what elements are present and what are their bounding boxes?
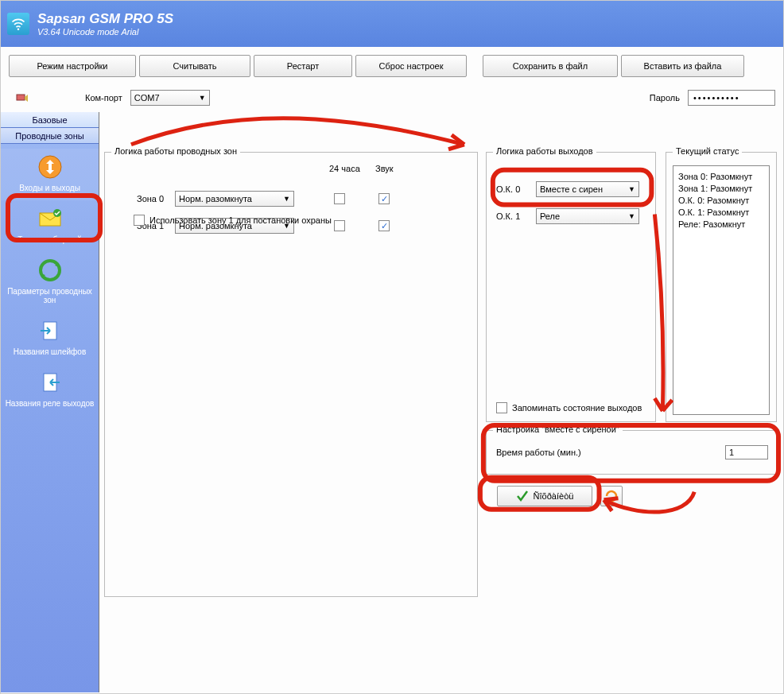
sidebar-label-zoneparams: Параметры проводных зон (2, 287, 97, 304)
output-row-0: О.К. 0 Вместе с сирен▼ (496, 178, 647, 200)
group-zones: Логика работы проводных зон 24 часа Звук… (104, 152, 478, 597)
svg-rect-1 (17, 95, 25, 100)
comport-value: COM7 (134, 93, 160, 103)
chevron-down-icon: ▼ (283, 195, 290, 203)
status-line: О.К. 1: Разомкнут (678, 207, 764, 219)
chevron-down-icon: ▼ (199, 94, 206, 102)
app-window: Sapsan GSM PRO 5S V3.64 Unicode mode Ari… (0, 0, 784, 694)
output-row-1: О.К. 1 Реле▼ (496, 205, 647, 227)
col-sound: Звук (375, 164, 394, 173)
zone-sound-checkbox-1[interactable] (378, 220, 390, 231)
sidebar-label-inout: Входы и выходы (2, 184, 97, 192)
check-icon (516, 490, 529, 502)
refresh-gear-icon (37, 257, 64, 284)
sidebar-item-inout[interactable]: Входы и выходы (1, 149, 99, 200)
content: Логика работы проводных зон 24 часа Звук… (99, 112, 783, 692)
document-arrow-icon-2 (37, 369, 64, 396)
sidebar-item-zoneparams[interactable]: Параметры проводных зон (1, 252, 99, 312)
title-sub: V3.64 Unicode mode Arial (37, 27, 173, 37)
remember-label: Запоминать состояние выходов (512, 403, 642, 413)
group-status: Текущий статус Зона 0: Разомкнут Зона 1:… (666, 152, 777, 422)
zone-row-0: Зона 0 Норм. разомкнута▼ (137, 188, 469, 210)
main: Базовые Проводные зоны Входы и выходы Те… (1, 112, 783, 692)
chevron-down-icon: ▼ (628, 212, 635, 220)
comport-label: Ком-порт (85, 93, 122, 103)
sidebar-label-loopnames: Названия шлейфов (2, 347, 97, 356)
status-textbox: Зона 0: Разомкнут Зона 1: Разомкнут О.К.… (673, 165, 770, 415)
save-file-button[interactable]: Сохранить в файл (483, 55, 618, 77)
app-icon (7, 13, 29, 35)
zone-sound-checkbox-0[interactable] (378, 193, 390, 204)
status-line: Зона 1: Разомкнут (678, 183, 764, 195)
zone-mode-value-0: Норм. разомкнута (179, 194, 252, 204)
password-input[interactable] (688, 90, 775, 106)
output-mode-value-1: Реле (540, 211, 560, 221)
output-mode-value-0: Вместе с сирен (540, 184, 603, 194)
output-mode-select-0[interactable]: Вместе с сирен▼ (536, 181, 639, 197)
load-file-button[interactable]: Вставить из файла (621, 55, 744, 77)
sidebar-tabs: Базовые Проводные зоны (1, 112, 99, 144)
siren-time-label: Время работы (мин.) (496, 448, 581, 457)
output-label-0: О.К. 0 (496, 184, 536, 194)
refresh-icon (604, 489, 619, 503)
reset-button[interactable]: Сброс настроек (355, 55, 467, 77)
output-label-1: О.К. 1 (496, 211, 536, 221)
restart-button[interactable]: Рестарт (254, 55, 352, 77)
remember-row: Запоминать состояние выходов (496, 402, 642, 413)
status-line: О.К. 0: Разомкнут (678, 195, 764, 207)
sidebar-item-relaynames[interactable]: Названия реле выходов (1, 364, 99, 416)
sidebar: Базовые Проводные зоны Входы и выходы Те… (1, 112, 99, 692)
sidebar-item-loopnames[interactable]: Названия шлейфов (1, 312, 99, 364)
group-status-title: Текущий статус (673, 146, 742, 156)
mode-button[interactable]: Режим настройки (9, 55, 136, 77)
document-arrow-icon (37, 317, 64, 344)
use-zone1-label: Использовать зону 1 для постановки охран… (149, 215, 332, 225)
sidebar-label-textmsg: Текст сообщений (2, 235, 97, 244)
sidebar-item-textmsg[interactable]: Текст сообщений (1, 200, 99, 252)
envelope-icon (37, 205, 64, 232)
sidebar-tab-base[interactable]: Базовые (1, 112, 99, 128)
use-zone1-row: Использовать зону 1 для постановки охран… (134, 215, 332, 226)
refresh-button[interactable] (600, 486, 623, 506)
zone-mode-select-0[interactable]: Норм. разомкнута▼ (175, 191, 294, 207)
group-outputs-title: Логика работы выходов (493, 146, 596, 156)
col-24h: 24 часа (329, 164, 360, 173)
port-row: Ком-порт COM7 ▼ Пароль (1, 80, 783, 112)
group-siren-title: Настройка "вместе с сиреной" (493, 425, 623, 434)
title-bar: Sapsan GSM PRO 5S V3.64 Unicode mode Ari… (1, 1, 783, 47)
sidebar-tab-wired[interactable]: Проводные зоны (1, 128, 99, 144)
save-button-label: Ñîõðàíèòü (534, 491, 574, 501)
title-text: Sapsan GSM PRO 5S V3.64 Unicode mode Ari… (37, 11, 173, 37)
port-icon (15, 91, 29, 105)
inout-icon (37, 153, 64, 180)
chevron-down-icon: ▼ (628, 185, 635, 193)
wifi-icon (10, 16, 26, 32)
output-mode-select-1[interactable]: Реле▼ (536, 208, 639, 224)
svg-point-0 (17, 28, 20, 29)
zone-24h-checkbox-1[interactable] (334, 220, 345, 231)
group-siren: Настройка "вместе с сиреной" Время работ… (486, 430, 777, 475)
status-line: Зона 0: Разомкнут (678, 171, 764, 183)
read-button[interactable]: Считывать (139, 55, 250, 77)
siren-time-input[interactable] (725, 445, 768, 459)
password-label: Пароль (650, 93, 680, 103)
status-line: Реле: Разомкнут (678, 219, 764, 231)
toolbar: Режим настройки Считывать Рестарт Сброс … (1, 47, 783, 80)
remember-checkbox[interactable] (496, 402, 507, 413)
comport-select[interactable]: COM7 ▼ (130, 90, 210, 106)
zone-label-0: Зона 0 (137, 194, 175, 204)
sidebar-label-relaynames: Названия реле выходов (2, 399, 97, 408)
save-button[interactable]: Ñîõðàíèòü (497, 486, 592, 506)
title-main: Sapsan GSM PRO 5S (37, 11, 173, 27)
use-zone1-checkbox[interactable] (134, 215, 145, 226)
group-outputs: Логика работы выходов О.К. 0 Вместе с си… (486, 152, 656, 422)
sidebar-items: Входы и выходы Текст сообщений Параметры… (1, 144, 99, 692)
zone-24h-checkbox-0[interactable] (334, 193, 345, 204)
